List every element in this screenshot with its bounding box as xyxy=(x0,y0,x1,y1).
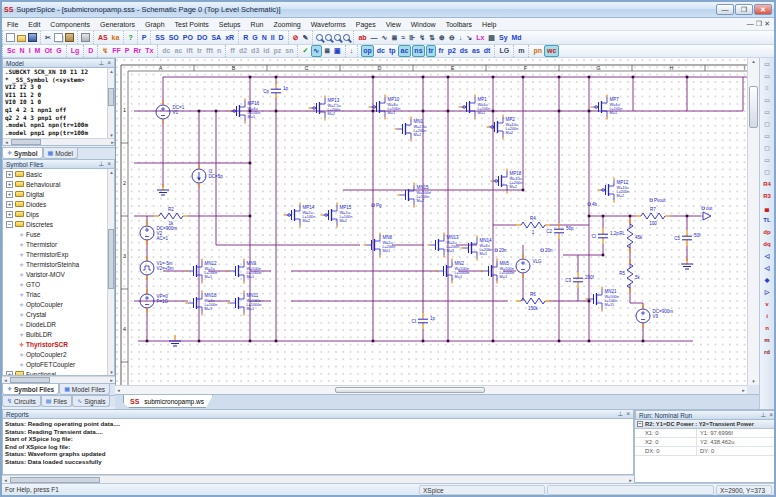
close-icon[interactable]: × xyxy=(626,410,630,418)
mosfet-mn12[interactable]: MN12W=2uL=100nM=1 xyxy=(186,259,218,284)
component-tool-m-button[interactable]: m xyxy=(761,334,774,346)
menu-help[interactable]: Help xyxy=(477,18,501,31)
tab-signals[interactable]: ∿Signals xyxy=(72,396,110,407)
expand-icon[interactable]: + xyxy=(6,211,13,218)
tool-p-button[interactable]: P xyxy=(140,33,148,43)
component-tool-icon-button[interactable]: ▭ xyxy=(761,58,774,70)
tool-i-button[interactable]: I xyxy=(27,46,32,56)
net-label-pg[interactable]: Pg xyxy=(372,203,382,208)
tool-pen-button[interactable]: ✎ xyxy=(301,33,310,43)
menu-view[interactable]: View xyxy=(381,18,406,31)
collapse-icon[interactable]: − xyxy=(6,221,13,228)
run-measurement-header[interactable]: − R2: Y1=DC Power : Y2=Transient Power xyxy=(635,420,776,429)
tool-wc-button[interactable]: wc xyxy=(544,45,558,57)
tool-do-button[interactable]: DO xyxy=(195,33,209,43)
tab-symbol[interactable]: ✧Symbol xyxy=(2,148,43,159)
capacitor-cp[interactable]: Cp1p xyxy=(263,83,288,99)
component-tool-icon-button[interactable]: ▭ xyxy=(761,106,774,118)
tool-icon-button[interactable]: ≈ xyxy=(400,33,407,43)
menu-components[interactable]: Components xyxy=(45,18,95,31)
tool-icon-button[interactable]: ↓ xyxy=(457,33,464,43)
mosfet-mn15[interactable]: MN15W=500nL=100nM=2 xyxy=(398,183,431,208)
schematic-canvas[interactable]: ABCDEFGHI1234MP16W=4uL=100nM=1MP13W=2.5u… xyxy=(115,58,747,385)
tool-op-button[interactable]: op xyxy=(361,45,375,57)
schematic-hscrollbar[interactable]: ◂▸ xyxy=(115,385,747,394)
restore-button[interactable]: ❐ xyxy=(735,4,753,15)
tool-tr-button[interactable]: tr xyxy=(195,46,203,56)
component-tool-r4-button[interactable]: R4 xyxy=(761,178,774,190)
ground-symbol[interactable] xyxy=(681,258,693,269)
tool-so-button[interactable]: SO xyxy=(167,33,180,43)
tree-folder-discretes[interactable]: −Discretes xyxy=(3,219,114,229)
component-tool-icon-button[interactable]: ▭ xyxy=(761,130,774,142)
tree-item-varistor-mov[interactable]: ✧Varistor-MOV xyxy=(19,269,114,279)
tree-hscrollbar[interactable]: ◂▸ xyxy=(2,376,115,383)
tool-no-entry-button[interactable]: ⊘ xyxy=(291,33,300,43)
mosfet-mp15[interactable]: MP15W=2uL=100nM=2 xyxy=(321,203,353,228)
model-code-area[interactable]: .SUBCKT SCR_XN I0 I1 I2* _SS_Symbol (<sy… xyxy=(2,68,115,146)
tool-rr-button[interactable]: Rr xyxy=(132,46,143,56)
tree-item-triac[interactable]: ✧Triac xyxy=(19,289,114,299)
mosfet-mp2[interactable]: MP2W=10uL=200nM=2 xyxy=(487,115,519,140)
tree-item-bulbldr[interactable]: ✧BulbLDR xyxy=(19,329,114,339)
component-tool-n-button[interactable]: n xyxy=(761,322,774,334)
tool-tp-button[interactable]: tp xyxy=(387,46,397,56)
tool-ff-button[interactable]: ff xyxy=(229,46,237,56)
mdi-restore-button[interactable]: ❐ xyxy=(756,20,762,28)
tool-ss-button[interactable]: SS xyxy=(154,33,166,43)
ground-symbol[interactable] xyxy=(157,184,169,195)
tool-fr-button[interactable]: fr xyxy=(437,46,445,56)
mosfet-mp1[interactable]: MP1W=4uL=100nM=1 xyxy=(459,95,491,120)
net-label-pvout[interactable]: Pvout xyxy=(650,198,666,203)
tool-dt-button[interactable]: dt xyxy=(482,46,492,56)
expand-icon[interactable]: + xyxy=(6,181,13,188)
tool-n-button[interactable]: n xyxy=(215,46,222,56)
tab-symbol-files[interactable]: ✧Symbol Files xyxy=(2,384,59,395)
title-bar[interactable]: SS SuperSpice - [submicronopamp.sss - Sc… xyxy=(2,2,774,18)
tool-sine-button[interactable]: ∿ xyxy=(380,33,389,43)
tool-icon-button[interactable]: ⊕ xyxy=(438,33,447,43)
tree-item-thermistor[interactable]: ✧Thermistor xyxy=(19,239,114,249)
tool-ff-button[interactable]: FF xyxy=(111,46,123,56)
net-label-out[interactable]: out xyxy=(702,206,713,211)
tree-item-optocoupler[interactable]: ✧OptoCoupler xyxy=(19,299,114,309)
tool-xr-button[interactable]: xR xyxy=(224,33,236,43)
minimize-button[interactable]: — xyxy=(716,4,734,15)
tool-icon-button[interactable]: ↯ xyxy=(418,33,427,43)
tree-folder-basic[interactable]: +Basic xyxy=(3,169,114,179)
reports-hscrollbar[interactable]: ◂▸ xyxy=(2,475,634,483)
menu-window[interactable]: Window xyxy=(406,18,441,31)
tree-item-thermistorexp[interactable]: ✧ThermistorExp xyxy=(19,249,114,259)
tool-icon-button[interactable]: ▤ xyxy=(487,33,497,43)
resistor-r5[interactable] xyxy=(627,259,633,293)
symbol-tree[interactable]: +Basic+Behavioural+Digital+Diodes+Dips−D… xyxy=(2,169,115,376)
tab-files[interactable]: ▤Files xyxy=(41,396,72,407)
mosfet-mp12[interactable]: MP12W=10uL=200nM=2 xyxy=(598,178,630,203)
component-tool-icon-button[interactable]: ▢ xyxy=(761,142,774,154)
component-tool-icon-button[interactable]: ▷ xyxy=(761,286,774,298)
tab-circuits[interactable]: ↯Circuits xyxy=(2,396,41,407)
tool-ac-button[interactable]: ac xyxy=(173,46,184,56)
mosfet-mn18[interactable]: MN18W=2uL=100nM=1 xyxy=(186,291,218,316)
resistor-r4[interactable] xyxy=(516,222,550,228)
tool-sy-button[interactable]: Sy xyxy=(497,33,509,43)
resistor-r6[interactable] xyxy=(516,298,550,304)
component-tool-icon-button[interactable]: ▢ xyxy=(761,118,774,130)
mosfet-mn21[interactable]: MN21W=500nL=100nM=15 xyxy=(586,287,619,312)
tool-help-button[interactable]: ? xyxy=(127,33,134,43)
tree-vscrollbar[interactable]: ▴▾ xyxy=(107,169,114,376)
component-tool-icon-button[interactable]: ▭ xyxy=(761,70,774,82)
tool-n-button[interactable]: N xyxy=(18,46,26,56)
reports-log[interactable]: Status: Reading operating point data....… xyxy=(2,419,634,475)
mosfet-mn2[interactable]: MN2W=500nL=1000nM=1 xyxy=(436,259,470,284)
tool-r-button[interactable]: R xyxy=(242,33,250,43)
tool-ds-button[interactable]: ds xyxy=(458,46,469,56)
tree-item-diodeldr[interactable]: ✧DiodeLDR xyxy=(19,319,114,329)
close-icon[interactable]: × xyxy=(769,411,773,419)
collapse-icon[interactable]: − xyxy=(637,421,643,427)
tool-d-button[interactable]: D xyxy=(277,33,285,43)
schematic-vscrollbar[interactable]: ▴▾ xyxy=(747,58,759,385)
tree-item-optocoupler2[interactable]: ✧OptoCoupler2 xyxy=(19,349,114,359)
run-panel-header[interactable]: Run: Nominal Run ⊥× xyxy=(635,410,776,420)
tool-monitor-button[interactable]: ▣ xyxy=(333,46,343,56)
